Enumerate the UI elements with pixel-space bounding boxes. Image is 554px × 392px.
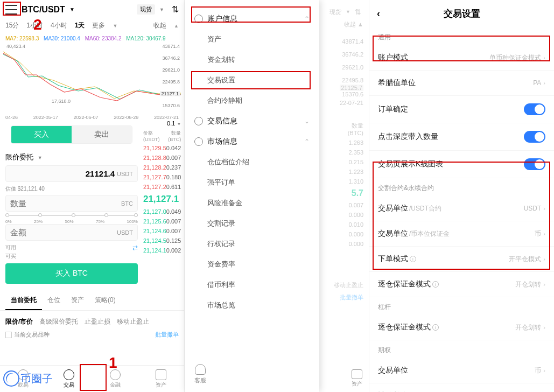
percent-slider[interactable]	[5, 215, 138, 216]
row-options-trade-unit[interactable]: 交易单位 币›	[369, 358, 554, 383]
chevron-right-icon: ›	[543, 367, 545, 374]
row-trade-unit-coin[interactable]: 交易单位/币本位保证金 币›	[369, 221, 554, 247]
drawer-item-trade-settings[interactable]: 交易设置	[194, 70, 310, 90]
row-order-mode[interactable]: 下单模式i 开平仓模式›	[369, 247, 554, 272]
section-leverage: 杠杆	[369, 297, 554, 315]
slider-labels: 0% 25% 50% 75% 100%	[5, 219, 138, 224]
subtab-advanced[interactable]: 高级限价委托	[39, 314, 85, 330]
row-options-quote-unit[interactable]: 计价单位 本地货币›	[369, 383, 554, 392]
price-input[interactable]	[10, 169, 115, 178]
tab-assets[interactable]: 资产	[66, 291, 89, 310]
settings-swap-icon[interactable]: ⇅	[172, 4, 179, 15]
row-trade-unit-usdt[interactable]: 交易单位/USDT合约 USDT›	[369, 196, 554, 221]
order-type-selector[interactable]: 限价委托 ▼	[5, 149, 138, 165]
orderbook-mid-price[interactable]: 21,127.1	[143, 192, 181, 207]
tf-more[interactable]: 更多	[92, 21, 105, 30]
info-icon[interactable]: i	[432, 324, 439, 331]
drawer-item-insurance[interactable]: 风险准备金	[194, 193, 310, 213]
qty-input-box: BTC	[5, 195, 138, 212]
drawer-item-assets[interactable]: 资产	[194, 29, 310, 50]
bid-row[interactable]: 21,127.00.049	[143, 207, 181, 216]
ask-row[interactable]: 21,128.20.237	[143, 163, 181, 172]
chart-low: 17,618.0	[52, 99, 71, 104]
bid-row[interactable]: 21,124.60.007	[143, 226, 181, 236]
row-show-kline[interactable]: 交易页展示K线图表	[369, 151, 554, 178]
ma7-value: MA7: 22598.3	[5, 36, 39, 41]
tab-positions[interactable]: 仓位	[42, 291, 66, 310]
orderbook-step-selector[interactable]: 0.1 ▼	[143, 120, 181, 127]
row-isolated-margin-mode[interactable]: 逐仓保证金模式i 开仓划转›	[369, 272, 554, 297]
price-chart[interactable]: 43871.4 36746.2 29621.0 22495.8 21127.1 …	[3, 44, 181, 114]
drawer-item-cooldown[interactable]: 合约冷静期	[194, 90, 310, 111]
current-pair-checkbox[interactable]	[5, 332, 12, 338]
tf-4h[interactable]: 4小时	[51, 21, 67, 30]
nav-trade[interactable]: 交易	[46, 366, 93, 392]
tab-current-orders[interactable]: 当前委托	[5, 291, 42, 310]
account-dropdown-icon[interactable]: ▼	[159, 7, 164, 12]
amount-input[interactable]	[10, 228, 115, 237]
row-depth-fill[interactable]: 点击深度带入数量	[369, 123, 554, 151]
drawer-account-section[interactable]: 账户信息 ⌃	[194, 9, 310, 29]
buy-submit-button[interactable]: 买入 BTC	[5, 263, 138, 284]
chevron-right-icon: ›	[543, 54, 545, 61]
batch-cancel-button[interactable]: 批量撤单	[155, 331, 179, 339]
pair-dropdown-icon[interactable]: ▼	[69, 6, 75, 12]
info-icon[interactable]: i	[432, 281, 439, 288]
toggle-order-confirm[interactable]	[524, 103, 545, 115]
tab-strategy[interactable]: 策略(0)	[89, 291, 121, 310]
collapse-button[interactable]: 收起	[153, 21, 166, 30]
ask-row[interactable]: 21,128.80.007	[143, 153, 181, 163]
drawer-market-info-section[interactable]: 市场信息 ⌃	[194, 131, 310, 152]
drawer-item-delivery[interactable]: 交割记录	[194, 213, 310, 234]
highlight-num-1: 1	[109, 354, 117, 372]
bid-row[interactable]: 21,125.60.007	[143, 216, 181, 226]
hamburger-menu-icon[interactable]	[5, 5, 17, 15]
tf-1d[interactable]: 1天	[75, 21, 85, 30]
trade-settings-panel: ‹ 交易设置 通用 账户模式 单币种保证金模式› 希腊值单位 PA› 订单确定 …	[369, 0, 554, 392]
drawer-item-transfer[interactable]: 资金划转	[194, 50, 310, 70]
drawer-item-liquidation[interactable]: 强平订单	[194, 172, 310, 193]
row-greeks-unit[interactable]: 希腊值单位 PA›	[369, 71, 554, 96]
tf-15m[interactable]: 15分	[5, 21, 19, 30]
back-button[interactable]: ‹	[377, 8, 388, 19]
toggle-depth-fill[interactable]	[524, 131, 545, 143]
highlight-num-2: 2	[33, 16, 42, 33]
toggle-show-kline[interactable]	[524, 158, 545, 170]
drawer-item-funding[interactable]: 资金费率	[194, 254, 310, 275]
subtab-tpsl[interactable]: 止盈止损	[85, 314, 117, 330]
info-icon	[194, 117, 203, 125]
qty-input[interactable]	[10, 199, 119, 208]
bid-row[interactable]: 21,124.10.002	[143, 246, 181, 255]
buy-tab[interactable]: 买入	[11, 126, 72, 143]
info-icon[interactable]: i	[410, 256, 416, 262]
ma30-value: MA30: 21000.4	[44, 36, 80, 41]
drawer-item-tier-intro[interactable]: 仓位档位介绍	[194, 152, 310, 172]
logo-text: 币圈子	[20, 372, 53, 386]
y-axis-label: 29621.0	[162, 67, 180, 73]
price-input-box: USDT	[5, 165, 138, 182]
logo-icon	[3, 370, 19, 387]
drawer-item-market-overview[interactable]: 市场总览	[194, 295, 310, 316]
drawer-footer-support[interactable]: 客服	[194, 364, 206, 384]
last-price-tag: 21127.1	[160, 91, 180, 96]
drawer-item-exercise[interactable]: 行权记录	[194, 234, 310, 254]
row-account-mode[interactable]: 账户模式 单币种保证金模式›	[369, 45, 554, 71]
ask-row[interactable]: 21,127.20.611	[143, 182, 181, 192]
ask-row[interactable]: 21,129.50.042	[143, 143, 181, 153]
row-order-confirm[interactable]: 订单确定	[369, 96, 554, 123]
sell-tab[interactable]: 卖出	[72, 126, 132, 143]
transfer-icon[interactable]: ⇄	[132, 244, 138, 251]
x-tick: 2022-05-17	[33, 115, 58, 120]
account-type-badge[interactable]: 现货	[137, 4, 155, 15]
bid-row[interactable]: 21,124.50.125	[143, 236, 181, 246]
trade-icon	[64, 369, 74, 380]
avail-buy-label: 可买	[5, 253, 16, 260]
subtab-trailing[interactable]: 移动止盈止	[117, 314, 156, 330]
trading-pair[interactable]: BTC/USDT	[22, 5, 65, 15]
subtab-limit-market[interactable]: 限价/市价	[5, 314, 39, 330]
nav-assets[interactable]: 资产	[138, 366, 185, 392]
drawer-item-loan-rate[interactable]: 借币利率	[194, 275, 310, 295]
ask-row[interactable]: 21,127.70.180	[143, 172, 181, 182]
drawer-trade-info-section[interactable]: 交易信息 ⌄	[194, 111, 310, 131]
row-leverage-isolated-margin[interactable]: 逐仓保证金模式i 开仓划转›	[369, 315, 554, 340]
